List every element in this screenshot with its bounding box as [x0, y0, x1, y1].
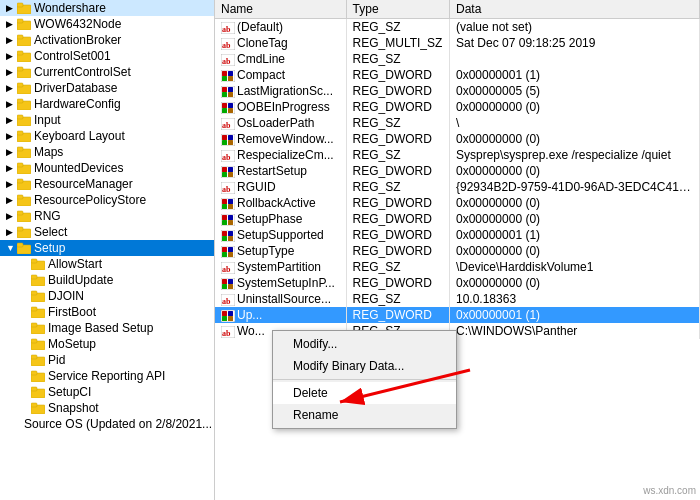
cell-data: {92934B2D-9759-41D0-96AD-3EDC4C410146}: [450, 179, 700, 195]
table-row[interactable]: ab OsLoaderPathREG_SZ\: [215, 115, 700, 131]
tree-item[interactable]: FirstBoot: [0, 304, 214, 320]
svg-rect-107: [222, 247, 227, 252]
tree-item[interactable]: ▼ Setup: [0, 240, 214, 256]
table-row[interactable]: ab SystemPartitionREG_SZ\Device\Harddisk…: [215, 259, 700, 275]
svg-rect-124: [228, 316, 233, 321]
svg-rect-99: [222, 220, 227, 225]
tree-item[interactable]: ▶ CurrentControlSet: [0, 64, 214, 80]
svg-rect-43: [31, 339, 37, 343]
context-menu-item[interactable]: Modify...: [273, 333, 456, 355]
table-row[interactable]: ab UninstallSource...REG_SZ10.0.18363: [215, 291, 700, 307]
tree-item[interactable]: ▶ DriverDatabase: [0, 80, 214, 96]
svg-rect-66: [222, 87, 227, 92]
svg-rect-72: [228, 103, 233, 108]
context-menu-item[interactable]: Rename: [273, 404, 456, 426]
reg-sz-icon: ab: [221, 22, 235, 34]
tree-label: Setup: [34, 241, 65, 255]
tree-item[interactable]: ▶ Wondershare: [0, 0, 214, 16]
tree-item[interactable]: ▶ ResourcePolicyStore: [0, 192, 214, 208]
context-menu-item[interactable]: Modify Binary Data...: [273, 355, 456, 377]
tree-item[interactable]: ▶ Maps: [0, 144, 214, 160]
cell-name: RestartSetup: [215, 163, 346, 179]
tree-label: CurrentControlSet: [34, 65, 131, 79]
tree-item[interactable]: Service Reporting API: [0, 368, 214, 384]
svg-rect-108: [228, 247, 233, 252]
tree-label: ActivationBroker: [34, 33, 121, 47]
tree-label: MountedDevices: [34, 161, 123, 175]
table-row[interactable]: ab CmdLineREG_SZ: [215, 51, 700, 67]
svg-rect-117: [228, 284, 233, 289]
tree-item[interactable]: AllowStart: [0, 256, 214, 272]
tree-item[interactable]: MoSetup: [0, 336, 214, 352]
svg-rect-13: [17, 99, 23, 103]
table-row[interactable]: ab (Default)REG_SZ(value not set): [215, 19, 700, 36]
table-row[interactable]: Up...REG_DWORD0x00000001 (1): [215, 307, 700, 323]
reg-sz-icon: ab: [221, 118, 235, 130]
table-row[interactable]: SetupPhaseREG_DWORD0x00000000 (0): [215, 211, 700, 227]
svg-rect-98: [228, 215, 233, 220]
tree-label: ResourcePolicyStore: [34, 193, 146, 207]
tree-label: Snapshot: [48, 401, 99, 415]
tree-item[interactable]: Image Based Setup: [0, 320, 214, 336]
tree-item[interactable]: ▶ Select: [0, 224, 214, 240]
table-row[interactable]: OOBEInProgressREG_DWORD0x00000000 (0): [215, 99, 700, 115]
tree-item[interactable]: SetupCI: [0, 384, 214, 400]
tree-item[interactable]: Snapshot: [0, 400, 214, 416]
table-row[interactable]: CompactREG_DWORD0x00000001 (1): [215, 67, 700, 83]
table-row[interactable]: RestartSetupREG_DWORD0x00000000 (0): [215, 163, 700, 179]
tree-label: Maps: [34, 145, 63, 159]
tree-label: Service Reporting API: [48, 369, 165, 383]
table-row[interactable]: SetupSupportedREG_DWORD0x00000001 (1): [215, 227, 700, 243]
tree-item[interactable]: ▶ Input: [0, 112, 214, 128]
table-row[interactable]: LastMigrationSc...REG_DWORD0x00000005 (5…: [215, 83, 700, 99]
table-row[interactable]: SystemSetupInP...REG_DWORD0x00000000 (0): [215, 275, 700, 291]
tree-label: Pid: [48, 353, 65, 367]
svg-rect-74: [228, 108, 233, 113]
svg-rect-73: [222, 108, 227, 113]
cell-name: ab UninstallSource...: [215, 291, 346, 307]
tree-label: RNG: [34, 209, 61, 223]
tree-item[interactable]: ▶ HardwareConfig: [0, 96, 214, 112]
tree-item[interactable]: Pid: [0, 352, 214, 368]
tree-item[interactable]: DJOIN: [0, 288, 214, 304]
svg-rect-97: [222, 215, 227, 220]
tree-item[interactable]: ▶ ResourceManager: [0, 176, 214, 192]
cell-data: 0x00000000 (0): [450, 131, 700, 147]
svg-rect-102: [222, 231, 227, 236]
tree-item[interactable]: ▶ MountedDevices: [0, 160, 214, 176]
cell-type: REG_SZ: [346, 291, 449, 307]
tree-label: DriverDatabase: [34, 81, 117, 95]
table-row[interactable]: ab RGUIDREG_SZ{92934B2D-9759-41D0-96AD-3…: [215, 179, 700, 195]
svg-rect-103: [228, 231, 233, 236]
tree-item[interactable]: ▶ ControlSet001: [0, 48, 214, 64]
cell-data: C:\WINDOWS\Panther: [450, 323, 700, 339]
reg-dword-icon: [221, 70, 235, 82]
table-row[interactable]: RemoveWindow...REG_DWORD0x00000000 (0): [215, 131, 700, 147]
tree-label: BuildUpdate: [48, 273, 113, 287]
svg-rect-88: [228, 172, 233, 177]
svg-rect-85: [222, 167, 227, 172]
folder-icon: [17, 226, 31, 238]
table-row[interactable]: RollbackActiveREG_DWORD0x00000000 (0): [215, 195, 700, 211]
cell-name: Up...: [215, 307, 346, 323]
table-row[interactable]: SetupTypeREG_DWORD0x00000000 (0): [215, 243, 700, 259]
cell-name: OOBEInProgress: [215, 99, 346, 115]
cell-type: REG_SZ: [346, 19, 449, 36]
tree-item[interactable]: ▶ ActivationBroker: [0, 32, 214, 48]
table-row[interactable]: ab CloneTagREG_MULTI_SZSat Dec 07 09:18:…: [215, 35, 700, 51]
tree-item[interactable]: ▶ RNG: [0, 208, 214, 224]
folder-icon: [31, 322, 45, 334]
cell-type: REG_DWORD: [346, 99, 449, 115]
tree-item[interactable]: Source OS (Updated on 2/8/2021...: [0, 416, 214, 432]
tree-item[interactable]: BuildUpdate: [0, 272, 214, 288]
tree-item[interactable]: ▶ WOW6432Node: [0, 16, 214, 32]
tree-item[interactable]: ▶ Keyboard Layout: [0, 128, 214, 144]
context-menu-item[interactable]: Delete: [273, 382, 456, 404]
svg-rect-123: [222, 316, 227, 321]
folder-icon: [17, 242, 31, 254]
svg-rect-104: [222, 236, 227, 241]
table-row[interactable]: ab RespecializeCm...REG_SZSysprep\syspre…: [215, 147, 700, 163]
cell-data: 0x00000000 (0): [450, 99, 700, 115]
folder-icon: [31, 386, 45, 398]
folder-icon: [17, 146, 31, 158]
